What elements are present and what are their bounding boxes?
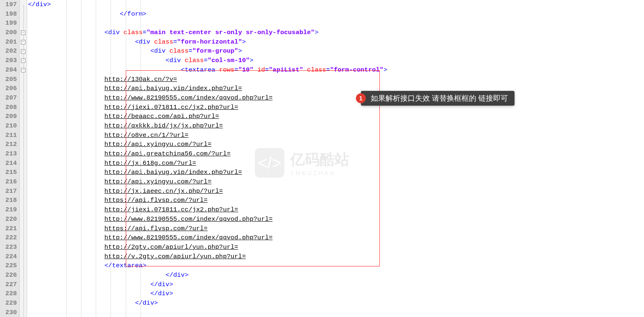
code-line[interactable]: </div> <box>28 280 644 289</box>
fold-toggle[interactable]: − <box>21 40 25 44</box>
indent-guide <box>111 0 111 317</box>
code-line[interactable]: http://jx.iaeec.cn/jx.php/?url= <box>28 187 644 196</box>
annotation-badge: 1 <box>356 93 366 103</box>
annotation-text: 如果解析接口失效 请替换框框的 链接即可 <box>371 93 508 103</box>
line-number: 206 <box>0 84 17 93</box>
code-line[interactable]: </div> <box>28 0 644 9</box>
code-line[interactable]: </form> <box>28 9 644 19</box>
fold-toggle[interactable]: − <box>21 68 25 72</box>
line-number: 199 <box>0 19 17 28</box>
code-line[interactable]: </div> <box>28 298 644 308</box>
line-number: 218 <box>0 196 17 205</box>
line-number: 204 <box>0 65 17 75</box>
url-text[interactable]: http://www.82190555.com/index/qqvod.php?… <box>104 234 272 241</box>
indent-guide <box>81 0 81 317</box>
code-line[interactable]: http://www.82190555.com/index/qqvod.php?… <box>28 233 644 243</box>
code-area[interactable]: </div> </form> <div class="main text-cen… <box>27 0 644 317</box>
line-number: 221 <box>0 224 17 234</box>
fold-column[interactable]: −−−−− <box>20 0 27 317</box>
line-number: 222 <box>0 233 17 243</box>
line-number: 202 <box>0 46 17 56</box>
code-line[interactable]: <div class="col-sm-10"> <box>28 56 644 65</box>
url-text[interactable]: http://o8ve.cn/1/?url= <box>104 132 189 139</box>
line-number: 216 <box>0 177 17 187</box>
url-text[interactable]: http://api.xyingyu.com/?url= <box>104 141 211 148</box>
line-number: 197 <box>0 0 17 9</box>
url-text[interactable]: http://jiexi.071811.cc/jx2.php?url= <box>104 206 238 213</box>
code-line[interactable]: </div> <box>28 271 644 280</box>
indent-guide <box>96 0 96 317</box>
line-number: 207 <box>0 93 17 103</box>
code-line[interactable]: http://130ak.cn/?v= <box>28 75 644 84</box>
fold-toggle[interactable]: − <box>21 49 25 54</box>
url-text[interactable]: http://qxkkk.bid/jx/jx.php?url= <box>104 122 223 130</box>
fold-toggle[interactable]: − <box>21 30 25 35</box>
url-text[interactable]: http://jiexi.071811.cc/jx2.php?url= <box>104 104 238 111</box>
code-line[interactable]: http://beaacc.com/api.php?url= <box>28 112 644 121</box>
annotation-callout: 1如果解析接口失效 请替换框框的 链接即可 <box>361 91 515 106</box>
line-number: 200 <box>0 28 17 37</box>
code-line[interactable]: http://v.2gty.com/apiurl/yun.php?url= <box>28 252 644 261</box>
line-number: 211 <box>0 131 17 140</box>
code-line[interactable]: http://jx.618g.com/?url= <box>28 159 644 168</box>
code-line[interactable]: http://www.82190555.com/index/qqvod.php?… <box>28 215 644 224</box>
line-number: 205 <box>0 75 17 84</box>
line-number-gutter: 1971981992002012022032042052062072082092… <box>0 0 20 317</box>
line-number: 201 <box>0 37 17 47</box>
code-line[interactable] <box>28 308 644 317</box>
url-text[interactable]: http://api.greatchina56.com/?url= <box>104 150 231 157</box>
line-number: 198 <box>0 9 17 19</box>
code-line[interactable]: <div class="form-horizontal"> <box>28 37 644 47</box>
url-text[interactable]: http://api.xyingyu.com/?url= <box>104 178 211 185</box>
code-line[interactable]: </textarea> <box>28 261 644 271</box>
indent-guide <box>141 0 141 317</box>
code-editor[interactable]: 1971981992002012022032042052062072082092… <box>0 0 644 317</box>
code-line[interactable]: http://api.baiyug.vip/index.php?url= <box>28 84 644 93</box>
line-number: 220 <box>0 215 17 224</box>
code-line[interactable]: http://jiexi.071811.cc/jx2.php?url= <box>28 103 644 112</box>
line-number: 208 <box>0 103 17 112</box>
line-number: 224 <box>0 252 17 261</box>
code-line[interactable]: http://www.82190555.com/index/qqvod.php?… <box>28 93 644 103</box>
code-line[interactable]: <div class="main text-center sr-only sr-… <box>28 28 644 37</box>
code-line[interactable]: <div class="form-group"> <box>28 46 644 56</box>
url-text[interactable]: http://jx.iaeec.cn/jx.php/?url= <box>104 187 223 195</box>
code-line[interactable]: http://api.xyingyu.com/?url= <box>28 140 644 149</box>
code-line[interactable]: http://jiexi.071811.cc/jx2.php?url= <box>28 205 644 215</box>
url-text[interactable]: http://api.baiyug.vip/index.php?url= <box>104 169 242 176</box>
line-number: 210 <box>0 121 17 131</box>
line-number: 212 <box>0 140 17 149</box>
url-text[interactable]: http://jx.618g.com/?url= <box>104 160 196 167</box>
line-number: 217 <box>0 187 17 196</box>
line-number: 223 <box>0 243 17 252</box>
fold-toggle[interactable]: − <box>21 58 25 63</box>
code-line[interactable]: https://api.flvsp.com/?url= <box>28 224 644 234</box>
line-number: 230 <box>0 308 17 317</box>
indent-guide <box>126 0 126 317</box>
code-line[interactable]: <textarea rows="10" id="apiList" class="… <box>28 65 644 75</box>
line-number: 228 <box>0 289 17 298</box>
url-text[interactable]: http://www.82190555.com/index/qqvod.php?… <box>104 94 272 102</box>
url-text[interactable]: http://beaacc.com/api.php?url= <box>104 113 219 120</box>
line-number: 203 <box>0 56 17 65</box>
line-number: 219 <box>0 205 17 215</box>
url-text[interactable]: http://api.baiyug.vip/index.php?url= <box>104 85 242 92</box>
code-line[interactable]: http://2gty.com/apiurl/yun.php?url= <box>28 243 644 252</box>
line-number: 215 <box>0 168 17 177</box>
code-line[interactable]: http://qxkkk.bid/jx/jx.php?url= <box>28 121 644 131</box>
code-line[interactable]: http://api.greatchina56.com/?url= <box>28 149 644 159</box>
code-line[interactable] <box>28 19 644 28</box>
code-line[interactable]: http://api.xyingyu.com/?url= <box>28 177 644 187</box>
code-line[interactable]: http://api.baiyug.vip/index.php?url= <box>28 168 644 177</box>
url-text[interactable]: http://www.82190555.com/index/qqvod.php?… <box>104 215 272 223</box>
code-line[interactable]: http://o8ve.cn/1/?url= <box>28 131 644 140</box>
code-line[interactable]: https://api.flvsp.com/?url= <box>28 196 644 205</box>
indent-guide <box>66 0 67 317</box>
line-number: 209 <box>0 112 17 121</box>
line-number: 229 <box>0 298 17 308</box>
url-text[interactable]: https://api.flvsp.com/?url= <box>104 225 208 232</box>
url-text[interactable]: http://2gty.com/apiurl/yun.php?url= <box>104 243 238 251</box>
url-text[interactable]: https://api.flvsp.com/?url= <box>104 197 208 204</box>
code-line[interactable]: </div> <box>28 289 644 298</box>
line-number: 213 <box>0 149 17 159</box>
